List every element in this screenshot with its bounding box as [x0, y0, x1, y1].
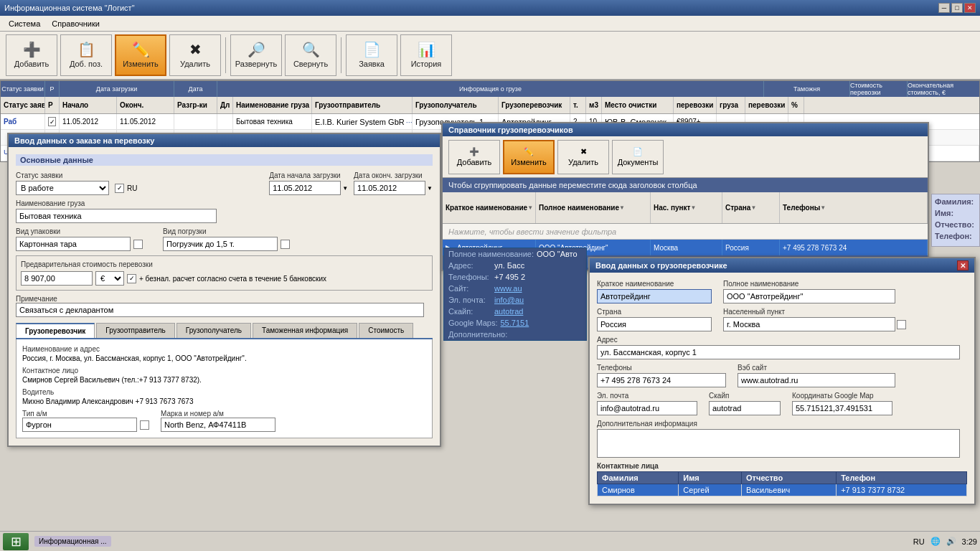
- detail-email-value[interactable]: info@au: [494, 296, 524, 304]
- taskbar-app[interactable]: Информационная ...: [34, 536, 111, 547]
- vehicle-type-input[interactable]: [22, 418, 137, 432]
- tab-customs[interactable]: Таможенная информация: [253, 323, 357, 338]
- col-receiver[interactable]: Грузополучатель: [413, 97, 499, 113]
- close-btn[interactable]: ✕: [964, 3, 976, 13]
- vehicle-type-cb[interactable]: [140, 420, 149, 430]
- col-r[interactable]: Р: [45, 97, 60, 113]
- vehicle-id-input[interactable]: [161, 418, 275, 432]
- load-start-dropdown[interactable]: ▼: [342, 185, 348, 192]
- ec-address-input[interactable]: [597, 345, 960, 359]
- ec-city-cb[interactable]: [897, 320, 906, 329]
- tab-sender[interactable]: Грузоотправитель: [96, 323, 174, 338]
- detail-maps-label: Google Maps:: [448, 319, 497, 327]
- start-button[interactable]: ⊞: [3, 533, 29, 550]
- tab-receiver[interactable]: Грузополучатель: [176, 323, 251, 338]
- carrier-delete-label: Удалить: [568, 158, 598, 166]
- status-select[interactable]: В работе: [16, 181, 109, 195]
- add-button[interactable]: ➕ Добавить: [6, 34, 57, 76]
- detail-skype-value[interactable]: autotrad: [494, 307, 523, 316]
- minimize-btn[interactable]: ─: [938, 3, 950, 13]
- expand-button[interactable]: 🔎 Развернуть: [230, 34, 282, 76]
- ec-contacts-section: Контактные лица: [597, 462, 967, 470]
- loading-input[interactable]: [163, 237, 278, 251]
- edit-carrier-close[interactable]: ✕: [957, 260, 969, 270]
- ec-full-input[interactable]: [723, 289, 895, 303]
- ec-skype-input[interactable]: [709, 401, 781, 415]
- ec-skype-field: Скайп: [709, 392, 781, 415]
- tab-carrier[interactable]: Грузоперевозчик: [16, 323, 95, 338]
- carrier-info-label: Наименование и адрес: [22, 345, 426, 353]
- carrier-col-city[interactable]: Нас. пункт ▼: [651, 192, 722, 223]
- col-start[interactable]: Начало: [60, 97, 117, 113]
- menu-system[interactable]: Система: [3, 18, 46, 29]
- detail-maps-value[interactable]: 55.7151: [500, 319, 529, 327]
- ec-city-label: Населенный пункт: [723, 308, 906, 316]
- carrier-col-phones[interactable]: Телефоны ▼: [780, 192, 928, 223]
- packaging-cb[interactable]: [133, 240, 143, 249]
- ec-email-input[interactable]: [597, 401, 697, 415]
- edit-carrier-body: Краткое наименование Полное наименование…: [590, 273, 974, 504]
- col-end[interactable]: Оконч.: [117, 97, 174, 113]
- col-m3[interactable]: м3: [586, 97, 602, 113]
- ec-country-input[interactable]: [597, 317, 712, 331]
- cell-sender: E.I.B. Kurier System GbR ···: [312, 114, 413, 129]
- loading-cb[interactable]: [281, 240, 290, 249]
- sender-more[interactable]: ···: [406, 118, 413, 126]
- col-transport-cost[interactable]: перевозки: [674, 97, 717, 113]
- menu-bar: Система Справочники: [0, 16, 980, 32]
- carrier-edit-button[interactable]: ✏️ Изменить: [503, 140, 555, 174]
- right-panel: Фамилия: Имя: Отчество: Телефон:: [931, 194, 980, 247]
- prelim-cost-input[interactable]: [21, 271, 93, 286]
- menu-handbooks[interactable]: Справочники: [46, 18, 105, 29]
- carrier-col-short[interactable]: Краткое наименование ▼: [443, 192, 536, 223]
- edit-button[interactable]: ✏️ Изменить: [115, 34, 166, 76]
- carrier-ref-title: Справочник грузоперевозчиков: [443, 123, 928, 136]
- carrier-add-button[interactable]: ➕ Добавить: [448, 140, 500, 174]
- col-cargo-cost[interactable]: груза: [717, 97, 745, 113]
- detail-site-value[interactable]: www.au: [494, 284, 522, 293]
- collapse-button[interactable]: 🔍 Свернуть: [285, 34, 336, 76]
- col-t[interactable]: т.: [570, 97, 586, 113]
- col-pct[interactable]: %: [788, 97, 804, 113]
- cargo-name-input[interactable]: [16, 209, 217, 223]
- load-end-dropdown[interactable]: ▼: [427, 185, 433, 192]
- packaging-input[interactable]: [16, 237, 131, 251]
- order-button[interactable]: 📄 Заявка: [346, 34, 397, 76]
- col-unload[interactable]: Разгр-ки: [174, 97, 217, 113]
- history-button[interactable]: 📊 История: [400, 34, 452, 76]
- delete-button[interactable]: ✖ Удалить: [169, 34, 221, 76]
- col-sender[interactable]: Грузоотправитель: [312, 97, 413, 113]
- add-pos-button[interactable]: 📋 Доб. поз.: [60, 34, 112, 76]
- grid-col-headers: Статус заявки Р Начало Оконч. Разгр-ки Д…: [1, 97, 979, 114]
- comment-input[interactable]: [16, 303, 424, 317]
- col-final-cost[interactable]: перевозки: [745, 97, 788, 113]
- carrier-edit-label: Изменить: [511, 158, 547, 166]
- ec-city-input[interactable]: [723, 317, 895, 331]
- ru-checkbox[interactable]: [115, 184, 124, 193]
- ec-phones-input[interactable]: [597, 373, 726, 387]
- carrier-col-country[interactable]: Страна ▼: [722, 192, 780, 223]
- ec-short-input[interactable]: [597, 289, 712, 303]
- carrier-delete-button[interactable]: ✖ Удалить: [557, 140, 609, 174]
- load-end-input[interactable]: [354, 181, 425, 195]
- maximize-btn[interactable]: □: [951, 3, 963, 13]
- carrier-docs-button[interactable]: 📄 Документы: [612, 140, 664, 174]
- col-status[interactable]: Статус заявки: [1, 97, 45, 113]
- carrier-col-full[interactable]: Полное наименование ▼: [536, 192, 651, 223]
- ec-extra-textarea[interactable]: [597, 429, 960, 458]
- col-dl[interactable]: Дл: [217, 97, 233, 113]
- rp-patron-label: Отчество:: [935, 220, 974, 229]
- prelim-cost-row: € + безнал. расчет согласно счета в тече…: [21, 271, 428, 286]
- ec-gmaps-input[interactable]: [792, 401, 892, 415]
- loading-label: Вид погрузки: [163, 227, 290, 235]
- col-carrier[interactable]: Грузоперевозчик: [499, 97, 570, 113]
- col-customs-place[interactable]: Место очистки: [602, 97, 674, 113]
- col-cargo[interactable]: Наименование груза: [233, 97, 312, 113]
- currency-select[interactable]: €: [95, 271, 124, 286]
- load-start-input[interactable]: [269, 181, 341, 195]
- tab-cost[interactable]: Стоимость: [359, 323, 413, 338]
- rp-phone-label: Телефон:: [935, 232, 972, 240]
- prelim-cost-cb[interactable]: [127, 274, 136, 283]
- ec-website-input[interactable]: [738, 373, 895, 387]
- contacts-row[interactable]: Смирнов Сергей Васильевич +7 913 7377 87…: [598, 484, 967, 496]
